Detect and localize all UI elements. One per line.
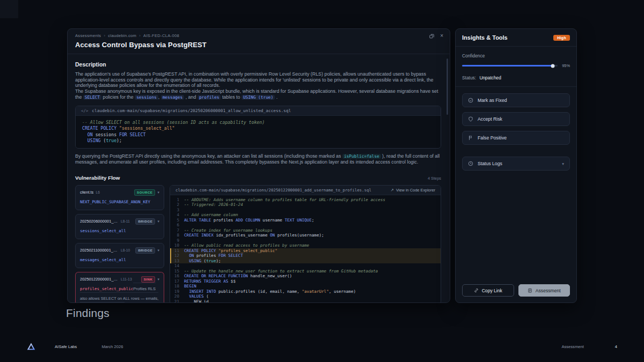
description-para-2: The Supabase anonymous key is exposed in… [75, 88, 441, 100]
breadcrumb-item[interactable]: AIS-FED-CLA-008 [143, 33, 179, 38]
link-icon [474, 288, 479, 293]
flow-step-card[interactable]: 20250211000001_al...L8-10BRIDGE▾messages… [75, 243, 164, 268]
confidence-value: 95% [562, 63, 570, 68]
line-number: 13 [170, 258, 184, 264]
confidence-fill [462, 65, 553, 67]
code-line: 11CREATE POLICY "profiles_select_public" [170, 248, 441, 254]
line-number: 20 [170, 294, 184, 299]
action-label: Mark as Fixed [478, 98, 507, 103]
copy-link-button[interactable]: Copy Link [462, 284, 514, 297]
snippet-code: -- Allow SELECT on all sessions (session… [76, 116, 441, 148]
shield-icon [468, 116, 473, 122]
code-snippet: </> claudebin.com-main/supabase/migratio… [75, 106, 441, 149]
step-code: NEXT_PUBLIC_SUPABASE_ANON_KEY [80, 200, 150, 204]
code-line: 6 [170, 223, 441, 228]
breadcrumb-item[interactable]: claudebin.com [108, 33, 136, 38]
insights-header: Insights & Tools High [456, 29, 576, 47]
description-heading: Description [75, 61, 441, 68]
external-link-icon: ↗ [391, 188, 394, 193]
chevron-down-icon: ▾ [157, 219, 159, 224]
chevron-down-icon: ▾ [157, 277, 159, 282]
line-number: 7 [170, 228, 184, 233]
history-icon [468, 161, 473, 166]
code-line: 10-- Allow public read access to profile… [170, 243, 441, 248]
scrollbar[interactable] [447, 58, 448, 115]
brand-name: AISafe Labs [55, 344, 77, 349]
confidence-slider[interactable] [462, 65, 558, 67]
code-line: ON sessions FOR SELECT [82, 132, 434, 138]
code-line: CREATE POLICY "sessions_select_all" [82, 125, 434, 132]
line-number: 14 [170, 263, 184, 269]
status-logs-label: Status Logs [478, 161, 502, 166]
flow-steps-count: 4 Steps [428, 176, 441, 181]
step-line-ref: L11-13 [121, 277, 139, 281]
breadcrumb-item[interactable]: Assessments [75, 33, 101, 38]
inline-code: isPublic=false [342, 154, 381, 159]
mark-as-fixed-button[interactable]: Mark as Fixed [462, 93, 570, 107]
breadcrumb-separator: › [139, 33, 141, 38]
code-line: 12 ON profiles FOR SELECT [170, 253, 441, 258]
code-line: 9 [170, 238, 441, 243]
line-number: 8 [170, 233, 184, 238]
line-number: 3 [170, 208, 184, 213]
chevron-down-icon: ▾ [157, 248, 159, 253]
status-logs-dropdown[interactable]: Status Logs ▾ [462, 157, 570, 171]
finding-panel: Assessments›claudebin.com›AIS-FED-CLA-00… [67, 28, 450, 303]
accept-risk-button[interactable]: Accept Risk [462, 112, 570, 126]
line-number: 21 [170, 299, 184, 302]
flow-step-card[interactable]: 20250206000001_a...L8-11BRIDGE▾sessions_… [75, 214, 164, 239]
code-line: 1-- ABOUTME: Adds username column to pro… [170, 197, 441, 203]
inline-code: USING (true) [241, 95, 275, 100]
false-positive-button[interactable]: False Positive [462, 131, 570, 145]
step-code: sessions_select_all [80, 228, 126, 233]
assessment-button-label: Assessment [536, 288, 561, 293]
slider-thumb[interactable] [551, 64, 555, 68]
finding-header: Assessments›claudebin.com›AIS-FED-CLA-00… [68, 29, 450, 54]
status-value: Unpatched [479, 75, 501, 80]
code-line: 14 [170, 263, 441, 269]
flow-steps: client.tsL6SOURCE▾NEXT_PUBLIC_SUPABASE_A… [75, 185, 164, 302]
code-viewer-header: claudebin.com-main/supabase/migrations/2… [170, 186, 441, 195]
close-icon[interactable]: × [440, 33, 443, 39]
assessment-button[interactable]: Assessment [518, 284, 570, 297]
code-line: 3 [170, 208, 441, 213]
finding-body: Description The application's use of Sup… [68, 54, 450, 302]
step-badge: BRIDGE [135, 247, 155, 254]
snippet-path: claudebin.com-main/supabase/migrations/2… [92, 108, 291, 113]
chevron-down-icon: ▾ [562, 161, 564, 166]
line-number: 10 [170, 243, 184, 248]
step-line-ref: L6 [96, 190, 132, 194]
step-badge: SOURCE [134, 189, 155, 196]
line-number: 9 [170, 238, 184, 243]
breadcrumb[interactable]: Assessments›claudebin.com›AIS-FED-CLA-00… [75, 33, 442, 38]
slide-footer: AISafe Labs March 2026 Assessment 4 [0, 339, 644, 354]
code-line: 2-- Triggered: 2026-01-24 [170, 202, 441, 208]
line-number: 19 [170, 289, 184, 294]
footer-section-label: Assessment [561, 344, 583, 349]
copy-link-label: Copy Link [482, 288, 502, 293]
severity-badge: High [553, 35, 570, 41]
chevron-down-icon: ▾ [157, 190, 159, 195]
code-explorer-link[interactable]: ↗ View in Code Explorer [391, 188, 435, 193]
line-number: 11 [170, 248, 184, 254]
flow-step-card[interactable]: client.tsL6SOURCE▾NEXT_PUBLIC_SUPABASE_A… [75, 185, 164, 210]
flow-step-card[interactable]: 20250122000001_ad...L11-13SINK▾profiles_… [75, 272, 164, 302]
code-viewer: claudebin.com-main/supabase/migrations/2… [170, 185, 441, 302]
step-badge: BRIDGE [135, 218, 155, 225]
logo-triangle-icon [27, 343, 35, 350]
step-code: profiles_select_public [80, 286, 133, 291]
line-number: 1 [170, 197, 184, 203]
insights-footer: Copy Link Assessment [456, 279, 576, 302]
confidence-label: Confidence [462, 53, 570, 58]
page-number: 4 [615, 344, 617, 349]
code-line: -- Allow SELECT on all sessions (session… [82, 120, 434, 126]
inline-code: profiles [197, 95, 221, 100]
step-line-ref: L8-10 [121, 248, 133, 252]
code-line: USING (true); [82, 138, 434, 144]
code-line: 16CREATE OR REPLACE FUNCTION handle_new_… [170, 274, 441, 279]
copy-icon[interactable] [429, 34, 434, 39]
inline-code: messages [161, 95, 185, 100]
snippet-header: </> claudebin.com-main/supabase/migratio… [76, 106, 441, 116]
code-line: 8CREATE INDEX idx_profiles_username ON p… [170, 233, 441, 238]
code-line: 4-- Add username column [170, 212, 441, 218]
